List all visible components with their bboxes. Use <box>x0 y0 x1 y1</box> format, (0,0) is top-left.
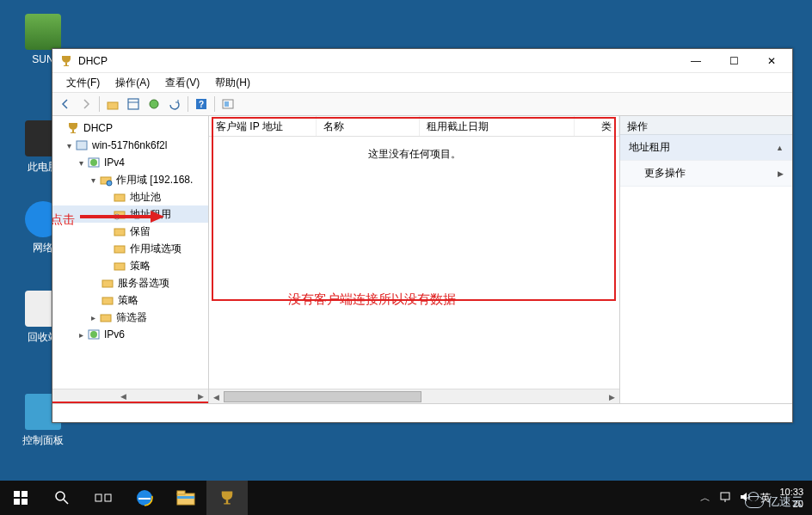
svg-text:?: ? <box>199 100 204 109</box>
tree-node-ipv6[interactable]: ▸ IPv6 <box>52 326 208 343</box>
tree-node-policies[interactable]: 策略 <box>52 257 208 274</box>
svg-point-12 <box>107 181 112 186</box>
svg-point-22 <box>90 331 97 338</box>
svg-rect-36 <box>177 494 194 505</box>
taskbar-taskview-button[interactable] <box>83 481 124 515</box>
statusbar <box>52 403 792 422</box>
svg-point-3 <box>150 100 158 108</box>
svg-rect-21 <box>101 315 111 322</box>
scroll-right-icon[interactable]: ▶ <box>605 389 619 404</box>
tree-label: 保留 <box>130 224 151 239</box>
tree-label: win-517h6nk6f2l <box>92 139 167 151</box>
tree-node-reservations[interactable]: 保留 <box>52 223 208 240</box>
column-type[interactable]: 类 <box>575 116 619 136</box>
folder-icon <box>99 310 113 324</box>
actions-row-leases[interactable]: 地址租用 ▲ <box>620 135 792 161</box>
chevron-right-icon[interactable]: ▸ <box>75 330 87 340</box>
scope-tree[interactable]: DHCP ▾ win-517h6nk6f2l <box>52 120 208 343</box>
toolbar-separator <box>214 96 215 112</box>
leases-icon <box>113 207 126 221</box>
svg-rect-32 <box>95 494 102 501</box>
scroll-left-icon[interactable]: ◀ <box>116 389 131 404</box>
taskbar-ie-button[interactable] <box>124 481 165 515</box>
svg-rect-29 <box>22 499 28 505</box>
tree-label: 作用域 [192.168. <box>116 173 193 187</box>
menu-file[interactable]: 文件(F) <box>59 74 107 92</box>
column-expire[interactable]: 租用截止日期 <box>420 116 575 136</box>
tree-node-scope-options[interactable]: 作用域选项 <box>52 240 208 257</box>
chevron-down-icon[interactable]: ▾ <box>87 175 99 185</box>
window-close-button[interactable]: ✕ <box>753 49 790 73</box>
toolbar-back-button[interactable] <box>56 95 75 113</box>
menubar: 文件(F) 操作(A) 查看(V) 帮助(H) <box>52 73 792 92</box>
watermark-label: 亿速云 <box>767 494 803 510</box>
actions-row-label: 更多操作 <box>629 166 686 181</box>
toolbar: ? <box>52 92 792 116</box>
svg-rect-16 <box>114 229 125 236</box>
svg-line-31 <box>64 500 68 504</box>
list-horizontal-scrollbar[interactable]: ◀ ▶ <box>209 389 619 403</box>
scroll-left-icon[interactable]: ◀ <box>209 389 224 404</box>
tree-node-scope[interactable]: ▾ 作用域 [192.168. <box>52 171 208 188</box>
taskbar-search-button[interactable] <box>41 481 83 515</box>
toolbar-refresh-button[interactable] <box>165 95 184 113</box>
list-empty-message: 这里没有任何项目。 <box>209 147 619 162</box>
taskbar-dhcp-button[interactable] <box>206 481 248 515</box>
svg-point-30 <box>56 492 65 500</box>
svg-rect-17 <box>114 246 125 253</box>
toolbar-show-hide-button[interactable] <box>124 95 143 113</box>
window-maximize-button[interactable]: ☐ <box>715 49 753 73</box>
tree-horizontal-scrollbar[interactable]: ◀ ▶ <box>52 389 208 403</box>
column-name[interactable]: 名称 <box>317 116 420 136</box>
tray-network-icon[interactable] <box>719 491 731 506</box>
toolbar-forward-button[interactable] <box>77 95 95 113</box>
svg-rect-38 <box>177 496 194 499</box>
scroll-thumb[interactable] <box>224 391 421 402</box>
menu-help[interactable]: 帮助(H) <box>208 74 257 92</box>
toolbar-export-button[interactable] <box>145 95 163 113</box>
column-client-ip[interactable]: 客户端 IP 地址 <box>209 116 317 136</box>
svg-point-9 <box>90 159 97 166</box>
titlebar[interactable]: DHCP — ☐ ✕ <box>52 49 792 73</box>
server-icon <box>75 138 89 152</box>
chevron-up-icon: ▲ <box>776 144 784 152</box>
tree-node-ipv4[interactable]: ▾ IPv4 <box>52 154 208 171</box>
chevron-down-icon[interactable]: ▾ <box>63 141 75 150</box>
menu-view[interactable]: 查看(V) <box>158 74 206 92</box>
list-columns-header: 客户端 IP 地址 名称 租用截止日期 类 <box>209 116 619 137</box>
taskbar-explorer-button[interactable] <box>165 481 206 515</box>
svg-rect-37 <box>177 491 185 494</box>
start-button[interactable] <box>0 481 41 515</box>
menu-action[interactable]: 操作(A) <box>108 74 157 92</box>
ipv4-icon <box>87 156 101 169</box>
actions-row-more[interactable]: 更多操作 ▶ <box>620 161 792 187</box>
tree-node-filters[interactable]: ▸ 筛选器 <box>52 309 208 326</box>
content-area: DHCP ▾ win-517h6nk6f2l <box>52 116 792 403</box>
window-minimize-button[interactable]: — <box>677 49 715 73</box>
folder-icon <box>113 259 126 273</box>
tree-node-dhcp-root[interactable]: DHCP <box>52 120 208 137</box>
chevron-down-icon[interactable]: ▾ <box>75 158 87 168</box>
svg-rect-39 <box>721 493 729 500</box>
toolbar-filter-button[interactable] <box>218 95 237 113</box>
tree-label: 策略 <box>130 259 151 273</box>
chevron-right-icon[interactable]: ▸ <box>87 313 99 322</box>
annotation-nodata-label: 没有客户端连接所以没有数据 <box>288 291 456 308</box>
tree-node-policies2[interactable]: 策略 <box>52 291 208 309</box>
tree-node-leases[interactable]: 地址租用 <box>52 205 208 223</box>
desktop-shortcut-label: 控制面板 <box>17 433 69 448</box>
svg-rect-8 <box>77 141 87 150</box>
tray-chevron-up-icon[interactable]: ︿ <box>700 491 710 506</box>
svg-rect-1 <box>128 99 138 109</box>
scroll-right-icon[interactable]: ▶ <box>194 389 208 404</box>
tree-node-pool[interactable]: 地址池 <box>52 188 208 205</box>
tree-label: 地址池 <box>130 190 161 205</box>
svg-rect-26 <box>14 491 20 497</box>
toolbar-separator <box>99 96 100 112</box>
toolbar-up-button[interactable] <box>103 95 122 113</box>
tree-label: 策略 <box>118 293 138 308</box>
tree-node-server-options[interactable]: 服务器选项 <box>52 274 208 291</box>
tree-node-server[interactable]: ▾ win-517h6nk6f2l <box>52 137 208 154</box>
toolbar-help-button[interactable]: ? <box>192 95 211 113</box>
dhcp-icon <box>66 121 80 135</box>
